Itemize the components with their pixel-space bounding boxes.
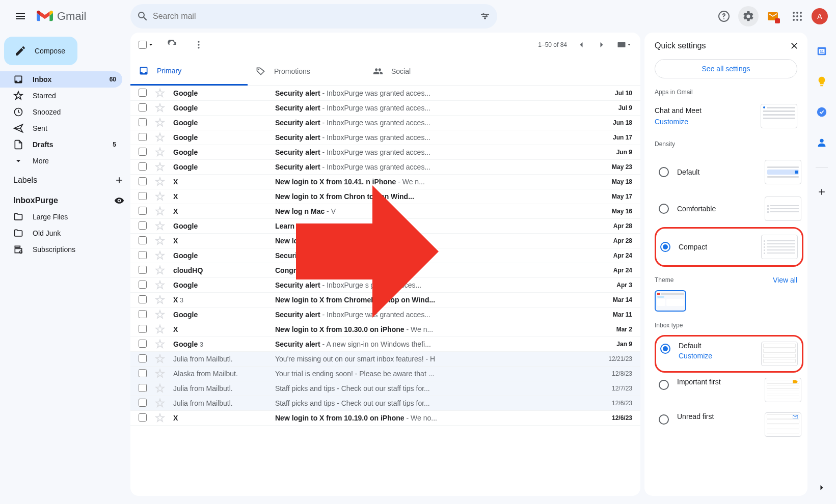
- inbox-default-customize-link[interactable]: Customize: [679, 352, 712, 360]
- email-row[interactable]: Alaska from Mailbut. Your trial is endin…: [130, 367, 640, 381]
- email-row[interactable]: Google Security alert - InboxPurge was g…: [130, 130, 640, 145]
- star-button[interactable]: [155, 413, 165, 423]
- email-checkbox[interactable]: [139, 236, 147, 244]
- email-checkbox[interactable]: [139, 369, 147, 377]
- star-button[interactable]: [155, 250, 165, 261]
- inbox-type-important-first[interactable]: Important first: [655, 373, 805, 407]
- email-checkbox[interactable]: [139, 399, 147, 407]
- plus-icon[interactable]: [114, 175, 124, 185]
- email-row[interactable]: Google Security alert - InboxPurge s gra…: [130, 278, 640, 293]
- input-tools-button[interactable]: [616, 37, 632, 53]
- notification-button[interactable]: [763, 6, 783, 26]
- email-row[interactable]: cloudHQ Congratulations! You've su lly i…: [130, 263, 640, 278]
- email-checkbox[interactable]: [139, 221, 147, 230]
- select-all-checkbox[interactable]: [139, 41, 154, 49]
- email-row[interactable]: Google Security alert - InboxPurge was g…: [130, 145, 640, 160]
- star-button[interactable]: [155, 147, 165, 157]
- email-row[interactable]: Google Security alert - InboxPurge was g…: [130, 86, 640, 101]
- refresh-button[interactable]: [164, 37, 180, 53]
- email-checkbox[interactable]: [139, 384, 147, 392]
- nav-large-files[interactable]: Large Files: [0, 209, 122, 225]
- theme-view-all-link[interactable]: View all: [773, 276, 797, 284]
- email-row[interactable]: Google 3 Security alert - A new sign-in …: [130, 337, 640, 352]
- star-button[interactable]: [155, 103, 165, 113]
- star-button[interactable]: [155, 383, 165, 394]
- email-checkbox[interactable]: [139, 340, 147, 348]
- email-row[interactable]: Google Security alert - InboxPurge was g…: [130, 101, 640, 116]
- nav-old-junk[interactable]: Old Junk: [0, 225, 122, 241]
- chat-meet-customize-link[interactable]: Customize: [655, 118, 702, 126]
- email-checkbox[interactable]: [139, 148, 147, 156]
- email-row[interactable]: X New login to X from 10.19.0 on iPhone …: [130, 411, 640, 426]
- email-row[interactable]: Google Security alert - InboxPurge was g…: [130, 307, 640, 322]
- email-row[interactable]: Julia from Mailbutl. Staff picks and tip…: [130, 381, 640, 396]
- density-default[interactable]: Default: [655, 154, 805, 190]
- next-page-button[interactable]: [594, 37, 610, 53]
- dropdown-arrow-icon[interactable]: [148, 42, 154, 48]
- tasks-app-button[interactable]: [812, 102, 832, 122]
- email-row[interactable]: Julia from Mailbutl. Staff picks and tip…: [130, 396, 640, 411]
- star-button[interactable]: [155, 398, 165, 408]
- star-button[interactable]: [155, 177, 165, 187]
- nav-inbox[interactable]: Inbox60: [0, 71, 122, 88]
- email-checkbox[interactable]: [139, 295, 147, 303]
- email-checkbox[interactable]: [139, 89, 147, 97]
- gmail-logo[interactable]: Gmail: [37, 10, 86, 23]
- tab-promotions[interactable]: Promotions: [248, 57, 365, 86]
- email-checkbox[interactable]: [139, 413, 147, 422]
- email-row[interactable]: X New login to X from 10.41. n iPhone - …: [130, 175, 640, 189]
- nav-sent[interactable]: Sent: [0, 120, 122, 136]
- star-button[interactable]: [155, 162, 165, 172]
- star-button[interactable]: [155, 191, 165, 202]
- more-options-button[interactable]: [191, 37, 207, 53]
- email-checkbox[interactable]: [139, 118, 147, 126]
- nav-inboxpurge-header[interactable]: InboxPurge: [0, 189, 130, 209]
- star-button[interactable]: [155, 221, 165, 231]
- star-button[interactable]: [155, 265, 165, 275]
- search-options-icon[interactable]: [479, 10, 491, 22]
- email-row[interactable]: Google Security alert - InboxPurge was g…: [130, 116, 640, 130]
- star-button[interactable]: [155, 280, 165, 290]
- email-row[interactable]: X New log ... Apr 28: [130, 234, 640, 248]
- main-menu-button[interactable]: [8, 4, 33, 29]
- calendar-app-button[interactable]: 31: [812, 41, 832, 61]
- email-row[interactable]: Julia from Mailbutl. You're missing out …: [130, 352, 640, 367]
- star-button[interactable]: [155, 369, 165, 379]
- support-button[interactable]: [714, 6, 734, 26]
- contacts-app-button[interactable]: [812, 132, 832, 153]
- inbox-type-unread-first[interactable]: Unread first: [655, 407, 805, 442]
- nav-drafts[interactable]: Drafts5: [0, 136, 122, 153]
- email-checkbox[interactable]: [139, 103, 147, 111]
- email-checkbox[interactable]: [139, 354, 147, 362]
- star-button[interactable]: [155, 88, 165, 98]
- email-row[interactable]: X 3 New login to X from ChromeDesktop on…: [130, 293, 640, 307]
- star-button[interactable]: [155, 118, 165, 128]
- star-button[interactable]: [155, 310, 165, 320]
- email-checkbox[interactable]: [139, 281, 147, 289]
- tab-primary[interactable]: Primary: [130, 57, 248, 86]
- nav-snoozed[interactable]: Snoozed: [0, 104, 122, 120]
- nav-starred[interactable]: Starred: [0, 88, 122, 104]
- email-checkbox[interactable]: [139, 207, 147, 215]
- email-row[interactable]: X New log n Mac - V May 16: [130, 204, 640, 219]
- close-icon[interactable]: [789, 41, 799, 51]
- email-checkbox[interactable]: [139, 266, 147, 274]
- email-checkbox[interactable]: [139, 192, 147, 200]
- star-button[interactable]: [155, 354, 165, 364]
- star-button[interactable]: [155, 339, 165, 349]
- email-checkbox[interactable]: [139, 177, 147, 185]
- compose-button[interactable]: Compose: [4, 37, 77, 65]
- star-button[interactable]: [155, 206, 165, 216]
- nav-subscriptions[interactable]: Subscriptions: [0, 241, 122, 258]
- star-button[interactable]: [155, 295, 165, 305]
- star-button[interactable]: [155, 324, 165, 334]
- email-row[interactable]: Google Security alert - InboxPurge was g…: [130, 160, 640, 175]
- settings-button[interactable]: [738, 6, 759, 26]
- email-row[interactable]: X New login to X from 10.30.0 on iPhone …: [130, 322, 640, 337]
- nav-more[interactable]: More: [0, 153, 122, 169]
- email-checkbox[interactable]: [139, 310, 147, 318]
- add-addon-button[interactable]: [812, 182, 832, 202]
- inbox-type-default[interactable]: Default Customize: [655, 335, 803, 373]
- email-checkbox[interactable]: [139, 251, 147, 259]
- account-avatar[interactable]: A: [812, 8, 828, 24]
